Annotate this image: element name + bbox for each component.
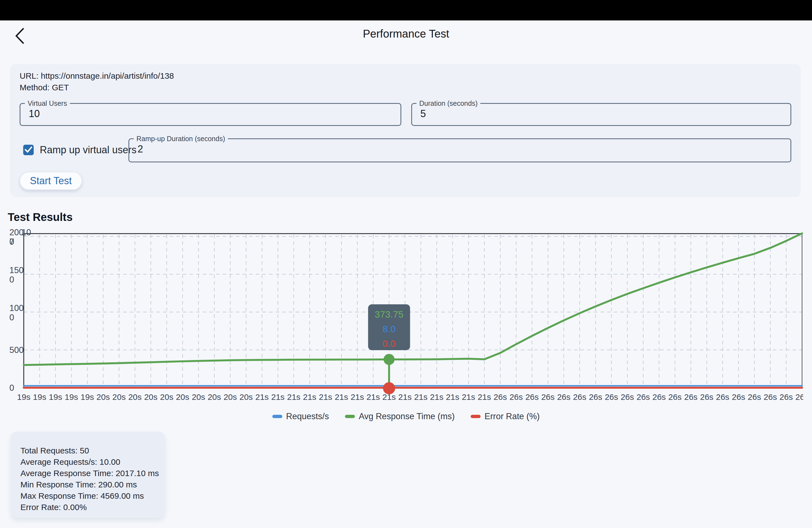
svg-text:21s: 21s — [287, 392, 300, 401]
ramp-up-duration-field[interactable]: Ramp-up Duration (seconds) — [128, 135, 791, 162]
legend-item-requests-s[interactable]: Requests/s — [272, 411, 329, 421]
legend-label: Avg Response Time (ms) — [359, 411, 454, 421]
total-requests-text: Total Requests: 50 — [20, 445, 155, 456]
legend-swatch-icon — [470, 415, 481, 418]
top-black-bar — [0, 0, 812, 20]
url-text: URL: https://onnstage.in/api/artist/info… — [19, 71, 174, 80]
svg-text:20s: 20s — [208, 392, 221, 401]
svg-text:0: 0 — [10, 312, 14, 322]
svg-text:21s: 21s — [398, 392, 411, 401]
svg-text:19s: 19s — [33, 392, 46, 401]
test-config-card: URL: https://onnstage.in/api/artist/info… — [10, 64, 801, 197]
legend-label: Error Rate (%) — [484, 411, 540, 421]
svg-text:26s: 26s — [795, 392, 803, 401]
svg-text:150: 150 — [10, 265, 24, 275]
ramp-up-checkbox[interactable] — [23, 145, 34, 155]
svg-text:20s: 20s — [144, 392, 157, 401]
svg-text:21s: 21s — [335, 392, 348, 401]
ramp-up-row: Ramp up virtual users — [23, 144, 136, 156]
svg-text:26s: 26s — [637, 392, 650, 401]
svg-text:21s: 21s — [366, 392, 380, 401]
svg-text:26s: 26s — [668, 392, 682, 401]
svg-text:20s: 20s — [128, 392, 141, 401]
svg-text:100: 100 — [10, 303, 24, 313]
svg-text:10: 10 — [21, 228, 31, 237]
svg-text:26s: 26s — [716, 392, 729, 401]
svg-text:19s: 19s — [81, 392, 94, 401]
test-results-heading: Test Results — [8, 211, 73, 223]
svg-text:26s: 26s — [605, 392, 618, 401]
error-rate-text: Error Rate: 0.00% — [20, 501, 155, 513]
svg-text:20s: 20s — [160, 392, 173, 401]
start-test-button[interactable]: Start Test — [19, 172, 82, 190]
legend-item-error-rate-[interactable]: Error Rate (%) — [470, 411, 540, 421]
ramp-up-duration-input[interactable] — [129, 143, 733, 155]
checkmark-icon — [23, 144, 34, 156]
svg-text:8.0: 8.0 — [382, 324, 395, 334]
ramp-up-duration-label: Ramp-up Duration (seconds) — [134, 135, 228, 143]
svg-text:21s: 21s — [430, 392, 443, 401]
virtual-users-field[interactable]: Virtual Users — [19, 99, 401, 126]
svg-text:26s: 26s — [684, 392, 697, 401]
svg-text:26s: 26s — [652, 392, 666, 401]
svg-text:21s: 21s — [303, 392, 316, 401]
avg-requests-text: Average Requests/s: 10.00 — [20, 456, 155, 468]
svg-text:19s: 19s — [17, 392, 30, 401]
svg-text:20s: 20s — [176, 392, 189, 401]
duration-label: Duration (seconds) — [417, 99, 480, 107]
svg-text:21s: 21s — [414, 392, 427, 401]
svg-text:21s: 21s — [319, 392, 332, 401]
svg-text:19s: 19s — [64, 392, 78, 401]
duration-input[interactable] — [412, 107, 761, 120]
svg-text:26s: 26s — [510, 392, 523, 401]
svg-text:26s: 26s — [764, 392, 777, 401]
svg-text:26s: 26s — [494, 392, 507, 401]
svg-text:21s: 21s — [382, 392, 396, 401]
svg-text:26s: 26s — [525, 392, 539, 401]
virtual-users-label: Virtual Users — [25, 99, 70, 107]
virtual-users-input[interactable] — [20, 107, 371, 120]
chart-legend: Requests/sAvg Response Time (ms)Error Ra… — [9, 411, 803, 421]
page-title: Performance Test — [0, 28, 812, 40]
svg-text:20s: 20s — [240, 392, 253, 401]
chart-canvas[interactable]: 373.758.00.0200015001000500010719s19s19s… — [9, 226, 803, 406]
legend-swatch-icon — [345, 415, 355, 418]
svg-text:20s: 20s — [97, 392, 110, 401]
svg-text:26s: 26s — [573, 392, 586, 401]
min-response-time-text: Min Response Time: 290.00 ms — [20, 479, 155, 490]
svg-text:20s: 20s — [112, 392, 126, 401]
svg-text:20s: 20s — [192, 392, 205, 401]
method-text: Method: GET — [19, 83, 69, 92]
svg-text:500: 500 — [10, 345, 24, 355]
svg-text:26s: 26s — [732, 392, 745, 401]
ramp-up-checkbox-label: Ramp up virtual users — [40, 144, 136, 156]
svg-text:20s: 20s — [223, 392, 237, 401]
svg-text:21s: 21s — [351, 392, 364, 401]
results-chart[interactable]: 373.758.00.0200015001000500010719s19s19s… — [9, 226, 803, 406]
svg-text:26s: 26s — [779, 392, 793, 401]
svg-text:26s: 26s — [748, 392, 761, 401]
max-response-time-text: Max Response Time: 4569.00 ms — [20, 490, 155, 501]
svg-text:0: 0 — [10, 275, 14, 284]
legend-swatch-icon — [272, 415, 282, 418]
summary-card: Total Requests: 50 Average Requests/s: 1… — [11, 431, 164, 518]
svg-text:19s: 19s — [49, 392, 62, 401]
svg-text:0.0: 0.0 — [382, 338, 395, 349]
duration-field[interactable]: Duration (seconds) — [411, 99, 791, 126]
svg-text:26s: 26s — [541, 392, 555, 401]
svg-text:373.75: 373.75 — [375, 309, 404, 320]
svg-text:21s: 21s — [462, 392, 475, 401]
svg-text:26s: 26s — [700, 392, 713, 401]
svg-text:21s: 21s — [446, 392, 459, 401]
svg-text:26s: 26s — [621, 392, 634, 401]
svg-text:26s: 26s — [557, 392, 570, 401]
svg-text:21s: 21s — [271, 392, 285, 401]
svg-text:0: 0 — [10, 383, 14, 393]
svg-text:21s: 21s — [478, 392, 491, 401]
legend-label: Requests/s — [286, 411, 329, 421]
avg-response-time-text: Average Response Time: 2017.10 ms — [20, 468, 155, 479]
svg-text:21s: 21s — [255, 392, 269, 401]
legend-item-avg-response-time-ms-[interactable]: Avg Response Time (ms) — [345, 411, 454, 421]
svg-text:26s: 26s — [589, 392, 602, 401]
svg-text:7: 7 — [10, 237, 14, 247]
